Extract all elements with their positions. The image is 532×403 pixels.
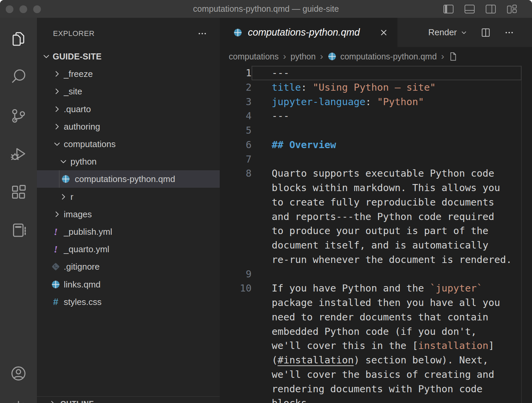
line-text: need to render documents that contain — [272, 310, 488, 324]
render-button[interactable]: Render — [428, 27, 468, 38]
code-line[interactable]: package installed then you have all you — [220, 296, 532, 310]
code-line[interactable]: embedded Python code (if you don't, — [220, 324, 532, 339]
layout-panel-icon[interactable] — [464, 4, 475, 14]
split-editor-icon[interactable] — [480, 27, 491, 38]
tree-item-authoring[interactable]: authoring — [37, 118, 220, 135]
more-actions-icon[interactable] — [197, 29, 208, 39]
tree-item--quarto[interactable]: .quarto — [37, 100, 220, 118]
tree-item-r[interactable]: r — [37, 188, 220, 206]
tree-item-guide-site[interactable]: GUIDE-SITE — [37, 48, 220, 65]
code-line[interactable]: need to render documents that contain — [220, 310, 532, 324]
yaml-warning-icon: ! — [51, 244, 60, 254]
run-debug-icon — [10, 145, 27, 162]
tree-item--freeze[interactable]: _freeze — [37, 65, 220, 83]
breadcrumb-item-python[interactable]: python — [290, 52, 316, 61]
token-plain: If you have Python and the — [272, 282, 430, 294]
code-line[interactable]: we'll cover the basics of creating and — [220, 367, 532, 382]
code-line[interactable]: 3jupyter-language: "Python" — [220, 95, 532, 109]
code-line[interactable]: 8Quarto supports executable Python code — [220, 166, 532, 181]
token-plain: blocks within markdown. This allows you — [272, 182, 500, 193]
layout-sidebar-left-icon[interactable] — [443, 4, 454, 14]
line-text: rendering documents with Python code — [272, 382, 483, 396]
breadcrumb: computations›python›computations-python.… — [220, 47, 532, 66]
activitybar-item-extensions[interactable] — [10, 184, 27, 200]
code-line[interactable]: 1--- — [220, 66, 532, 80]
activitybar-item-explorer[interactable] — [10, 30, 27, 47]
css-icon: # — [51, 297, 60, 307]
layout-customize-icon[interactable] — [507, 4, 517, 14]
code-line[interactable]: document itself, and is automatically — [220, 238, 532, 253]
code-line[interactable]: 5 — [220, 123, 532, 138]
activitybar-item-accounts[interactable] — [10, 365, 27, 382]
notebook-icon — [10, 222, 27, 238]
tree-item-styles-css[interactable]: #styles.css — [37, 293, 220, 311]
quarto-icon — [51, 280, 60, 289]
tree-item-computations[interactable]: computations — [37, 135, 220, 153]
account-icon — [10, 365, 27, 382]
token-plain: embedded Python code (if you don't, — [272, 326, 477, 337]
outline-label: OUTLINE — [60, 399, 94, 403]
line-text: and reports---the Python code required — [272, 210, 494, 224]
activitybar-item-settings[interactable] — [10, 400, 27, 403]
activitybar-item-source-control[interactable] — [10, 107, 27, 124]
git-icon — [51, 262, 60, 271]
code-line[interactable]: to produce your output is part of the — [220, 224, 532, 238]
activitybar-item-search[interactable] — [10, 68, 27, 85]
tree-item--publish-yml[interactable]: !_publish.yml — [37, 223, 220, 240]
token-plain: rendering documents with Python code — [272, 383, 483, 395]
tree-item-python[interactable]: python — [37, 153, 220, 170]
token-plain: document itself, and is automatically — [272, 239, 488, 251]
token-plain: : — [365, 96, 377, 107]
tree-item-label: python — [70, 156, 97, 167]
token-plain: we'll cover the basics of creating and — [272, 369, 494, 380]
token-plain: Quarto supports executable Python code — [272, 168, 494, 179]
breadcrumb-item-computations-python-qmd[interactable]: computations-python.qmd — [327, 52, 437, 61]
tree-item-label: r — [70, 192, 73, 202]
activitybar-item-notebook[interactable] — [10, 222, 27, 238]
tree-item-label: links.qmd — [64, 279, 101, 290]
more-actions-icon[interactable] — [504, 28, 515, 38]
code-editor[interactable]: 1---2title: "Using Python — site"3jupyte… — [220, 66, 532, 403]
breadcrumb-item-computations[interactable]: computations — [229, 52, 279, 61]
layout-sidebar-right-icon[interactable] — [485, 4, 496, 14]
code-line[interactable]: re-run whenever the document is rendered… — [220, 253, 532, 267]
chevron-right-icon — [53, 105, 61, 114]
vscode-window: computations-python.qmd — guide-site EXP… — [0, 0, 532, 403]
code-line[interactable]: 2title: "Using Python — site" — [220, 80, 532, 95]
code-line[interactable]: (#installation) section below). Next, — [220, 353, 532, 367]
tree-item-label: _site — [64, 86, 82, 97]
tree-item--gitignore[interactable]: .gitignore — [37, 258, 220, 275]
code-line[interactable]: 6## Overview — [220, 138, 532, 152]
chevron-right-icon — [53, 122, 61, 131]
tree-item-links-qmd[interactable]: links.qmd — [37, 276, 220, 293]
tree-item-computations-python-qmd[interactable]: computations-python.qmd — [37, 170, 220, 188]
code-line[interactable]: and reports---the Python code required — [220, 210, 532, 224]
code-line[interactable]: blocks. — [220, 396, 532, 403]
code-line[interactable]: 10If you have Python and the `jupyter` — [220, 281, 532, 296]
tree-item-images[interactable]: images — [37, 206, 220, 223]
breadcrumb-label: computations-python.qmd — [340, 52, 437, 61]
quarto-icon — [61, 174, 70, 184]
code-line[interactable]: 4--- — [220, 109, 532, 123]
breadcrumb-item-symbol[interactable] — [448, 52, 458, 61]
outline-header[interactable]: OUTLINE — [48, 399, 94, 403]
code-line[interactable]: 7 — [220, 152, 532, 167]
tree-item-label: computations-python.qmd — [75, 174, 175, 184]
line-number: 5 — [220, 123, 252, 138]
code-line[interactable]: blocks within markdown. This allows you — [220, 181, 532, 195]
close-icon[interactable] — [379, 28, 389, 38]
editor-scrollbar[interactable] — [521, 66, 522, 403]
line-text: we'll cover the basics of creating and — [272, 367, 494, 382]
code-line[interactable]: we'll cover this in the [installation] — [220, 339, 532, 353]
code-line[interactable]: 9 — [220, 267, 532, 281]
activitybar-item-run-and-debug[interactable] — [10, 145, 27, 162]
token-plain: --- — [272, 67, 289, 79]
line-text: (#installation) section below). Next, — [272, 353, 488, 367]
code-line[interactable]: rendering documents with Python code — [220, 382, 532, 396]
tree-item-label: authoring — [64, 122, 100, 132]
chevron-right-icon — [53, 70, 61, 78]
code-line[interactable]: to create fully reproducible documents — [220, 195, 532, 210]
tree-item--site[interactable]: _site — [37, 83, 220, 100]
tab-computations-python[interactable]: computations-python.qmd — [220, 18, 397, 47]
tree-item--quarto-yml[interactable]: !_quarto.yml — [37, 240, 220, 258]
